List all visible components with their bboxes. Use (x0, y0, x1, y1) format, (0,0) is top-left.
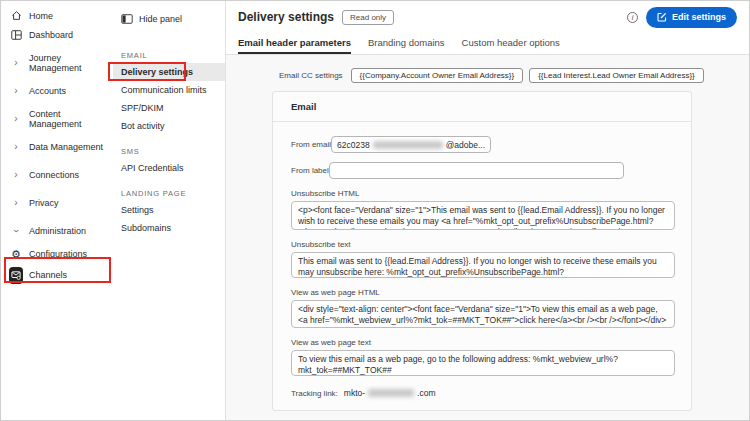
sidebar-item-label: Accounts (29, 86, 66, 96)
panel-item-label: SPF/DKIM (121, 103, 164, 113)
sidebar-item-configurations[interactable]: ⚙ Configurations (1, 245, 113, 263)
panel-item-subdomains[interactable]: Subdomains (113, 219, 225, 237)
panel-section-header-landing-page: LANDING PAGE (113, 185, 225, 201)
sidebar-item-label: Content Management (29, 109, 105, 129)
page-header: Delivery settings Read only i Edit setti… (226, 1, 749, 33)
left-sidebar: Home Dashboard › Journey Management › Ac… (1, 1, 113, 420)
unsubscribe-text-label: Unsubscribe text (291, 240, 673, 249)
tab-content: Email CC settings {{Company.Account Owne… (226, 55, 749, 420)
webpage-html-textarea[interactable]: <div style="text-align: center"><font fa… (291, 300, 675, 328)
cc-token-lead-interest-owner[interactable]: {{Lead Interest.Lead Owner Email Address… (529, 68, 704, 83)
sidebar-item-label: Administration (29, 226, 86, 236)
tab-branding-domains[interactable]: Branding domains (368, 33, 445, 54)
sidebar-item-label: Connections (29, 170, 79, 180)
main-content: Delivery settings Read only i Edit setti… (226, 1, 749, 420)
sidebar-item-content-management[interactable]: › Content Management (1, 105, 113, 133)
unsubscribe-text-textarea[interactable]: This email was sent to {{lead.Email Addr… (291, 252, 675, 278)
from-email-value-suffix: @adobe... (446, 140, 485, 150)
unsubscribe-html-label: Unsubscribe HTML (291, 189, 673, 198)
read-only-badge: Read only (342, 10, 394, 25)
home-icon (9, 10, 23, 21)
email-cc-settings-label: Email CC settings (279, 71, 343, 80)
sidebar-item-channels[interactable]: Channels (1, 263, 113, 287)
sidebar-item-label: Data Management (29, 142, 103, 152)
from-email-value-prefix: 62c0238 (337, 140, 370, 150)
app-window: Home Dashboard › Journey Management › Ac… (0, 0, 750, 421)
sidebar-item-administration[interactable]: › Administration (1, 217, 113, 245)
tab-label: Custom header options (462, 37, 560, 48)
chevron-right-icon: › (9, 170, 23, 180)
sidebar-item-connections[interactable]: › Connections (1, 161, 113, 189)
sidebar-item-label: Journey Management (29, 53, 105, 73)
webpage-text-textarea[interactable]: To view this email as a web page, go to … (291, 350, 675, 376)
email-card-title: Email (273, 92, 691, 122)
hide-panel-button[interactable]: Hide panel (113, 11, 225, 27)
chevron-right-icon: › (9, 198, 23, 208)
webpage-text-group: View as web page text To view this email… (291, 338, 673, 376)
tab-bar: Email header parameters Branding domains… (226, 33, 749, 55)
from-email-field[interactable]: 62c0238 @adobe... (331, 136, 491, 153)
gear-icon: ⚙ (9, 249, 23, 260)
sidebar-item-accounts[interactable]: › Accounts (1, 77, 113, 105)
page-title: Delivery settings (238, 10, 334, 24)
panel-section-header-email: EMAIL (113, 47, 225, 63)
unsubscribe-text-group: Unsubscribe text This email was sent to … (291, 240, 673, 278)
panel-item-api-credentials[interactable]: API Credentials (113, 159, 225, 177)
from-label-row: From label (291, 162, 673, 179)
redacted-tracking-segment (368, 389, 414, 397)
panel-item-communication-limits[interactable]: Communication limits (113, 81, 225, 99)
tab-label: Branding domains (368, 37, 445, 48)
unsubscribe-html-textarea[interactable]: <p><font face="Verdana" size="1">This em… (291, 201, 675, 230)
sidebar-item-journey-management[interactable]: › Journey Management (1, 49, 113, 77)
webpage-html-label: View as web page HTML (291, 288, 673, 297)
from-label-label: From label (291, 166, 329, 175)
panel-section-header-sms: SMS (113, 143, 225, 159)
panel-item-bot-activity[interactable]: Bot activity (113, 117, 225, 135)
edit-settings-label: Edit settings (672, 12, 726, 22)
panel-item-label: Bot activity (121, 121, 165, 131)
tracking-link-suffix: .com (417, 388, 435, 398)
panel-item-label: Settings (121, 205, 154, 215)
sidebar-item-label: Dashboard (29, 30, 73, 40)
tab-email-header-parameters[interactable]: Email header parameters (238, 33, 351, 54)
dashboard-icon (9, 30, 23, 40)
sidebar-item-label: Channels (29, 270, 67, 280)
tracking-link-label: Tracking link: (291, 389, 338, 398)
panel-item-label: Communication limits (121, 85, 207, 95)
sidebar-item-privacy[interactable]: › Privacy (1, 189, 113, 217)
panel-item-label: Delivery settings (121, 67, 193, 77)
panel-item-label: API Credentials (121, 163, 184, 173)
webpage-text-label: View as web page text (291, 338, 673, 347)
sidebar-item-label: Privacy (29, 198, 59, 208)
hide-panel-label: Hide panel (139, 14, 182, 24)
panel-item-settings[interactable]: Settings (113, 201, 225, 219)
sidebar-item-label: Home (29, 11, 53, 21)
email-cc-settings-row: Email CC settings {{Company.Account Owne… (279, 67, 749, 83)
tab-custom-header-options[interactable]: Custom header options (462, 33, 560, 54)
chevron-right-icon: › (9, 114, 23, 124)
cc-token-company-account-owner[interactable]: {{Company.Account Owner Email Address}} (351, 68, 524, 83)
panel-item-delivery-settings[interactable]: Delivery settings (113, 63, 225, 81)
from-label-field[interactable] (329, 162, 624, 179)
info-icon[interactable]: i (627, 12, 638, 23)
chevron-right-icon: › (9, 58, 23, 68)
sidebar-item-data-management[interactable]: › Data Management (1, 133, 113, 161)
hide-panel-icon (121, 14, 133, 24)
sidebar-item-home[interactable]: Home (1, 6, 113, 25)
chevron-right-icon: › (9, 86, 23, 96)
panel-item-label: Subdomains (121, 223, 171, 233)
chevron-down-icon: › (9, 226, 23, 236)
edit-icon (657, 12, 667, 22)
settings-panel: Hide panel EMAIL Delivery settings Commu… (113, 1, 226, 420)
edit-settings-button[interactable]: Edit settings (646, 7, 737, 28)
sidebar-item-label: Configurations (29, 249, 87, 259)
sidebar-item-dashboard[interactable]: Dashboard (1, 25, 113, 44)
panel-item-spf-dkim[interactable]: SPF/DKIM (113, 99, 225, 117)
channels-icon (9, 267, 23, 284)
chevron-right-icon: › (9, 142, 23, 152)
tracking-link-row: Tracking link: mkto- .com (291, 388, 673, 398)
unsubscribe-html-group: Unsubscribe HTML <p><font face="Verdana"… (291, 189, 673, 230)
tracking-link-prefix: mkto- (344, 388, 365, 398)
from-email-row: From email 62c0238 @adobe... (291, 136, 673, 153)
email-card: Email From email 62c0238 @adobe... From … (272, 91, 692, 411)
